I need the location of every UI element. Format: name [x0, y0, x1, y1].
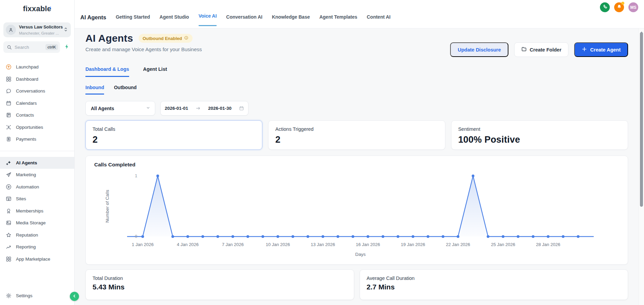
sidebar-item-memberships[interactable]: Memberships: [0, 205, 74, 217]
memberships-icon: [6, 208, 12, 214]
bolt-icon: [64, 44, 70, 51]
calendars-icon: [6, 100, 12, 106]
search-input[interactable]: Search ctrlK: [3, 41, 60, 53]
sidebar-item-media-storage[interactable]: Media Storage: [0, 217, 74, 229]
stats-row: Total Calls 2Actions Triggered 2Sentimen…: [85, 120, 628, 150]
date-start: 2026-01-01: [165, 106, 188, 111]
sidebar-item-conversations[interactable]: Conversations: [0, 85, 74, 97]
tab-dashboard-logs[interactable]: Dashboard & Logs: [85, 66, 129, 77]
spark-icon: [48, 3, 54, 8]
stat-label: Actions Triggered: [275, 126, 445, 132]
reporting-icon: [6, 244, 12, 250]
topnav-tab-agent-templates[interactable]: Agent Templates: [319, 14, 357, 28]
svg-text:1: 1: [135, 174, 137, 178]
location-person-icon: [6, 25, 16, 35]
organization-selector[interactable]: Versus Law Solicitors Manchester, Greate…: [3, 22, 71, 37]
stat-card-sentiment[interactable]: Sentiment 100% Positive: [451, 120, 628, 150]
agent-select[interactable]: All Agents: [85, 101, 155, 116]
search-row: Search ctrlK: [3, 41, 71, 53]
create-folder-label: Create Folder: [530, 47, 561, 53]
sidebar-item-label: Reporting: [16, 244, 36, 249]
sidebar-item-marketing[interactable]: Marketing: [0, 169, 74, 181]
organization-info: Versus Law Solicitors Manchester, Greate…: [19, 24, 60, 36]
create-folder-button[interactable]: Create Folder: [514, 42, 568, 57]
stat-card-total-calls[interactable]: Total Calls 2: [85, 120, 262, 150]
sidebar-item-label: Marketing: [16, 172, 36, 177]
search-shortcut: ctrlK: [45, 44, 58, 50]
topnav-tab-knowledge-base[interactable]: Knowledge Base: [272, 14, 310, 28]
phone-button[interactable]: [600, 2, 610, 12]
subtab-outbound[interactable]: Outbound: [114, 85, 137, 95]
sidebar-item-contacts[interactable]: Contacts: [0, 109, 74, 121]
stat-value: 2: [93, 135, 262, 145]
scroll-up-arrow[interactable]: [640, 29, 643, 32]
sites-icon: [6, 196, 12, 202]
media-storage-icon: [6, 220, 12, 226]
sidebar-item-label: Automation: [16, 184, 39, 189]
sidebar-item-reputation[interactable]: Reputation: [0, 229, 74, 241]
agent-select-value: All Agents: [91, 106, 114, 111]
automation-icon: [6, 184, 12, 190]
quick-action-button[interactable]: [63, 43, 71, 51]
app-root: fixxable Versus Law Solicitors Mancheste…: [0, 0, 644, 305]
sidebar-footer: Settings: [0, 290, 74, 302]
marketing-icon: [6, 172, 12, 178]
user-avatar[interactable]: MS: [628, 2, 638, 12]
stat-label: Total Calls: [93, 126, 262, 132]
chart-line: [127, 176, 594, 237]
sidebar-item-label: Opportunities: [16, 125, 43, 130]
sidebar-item-settings[interactable]: Settings: [0, 290, 74, 302]
sidebar-item-opportunities[interactable]: Opportunities: [0, 121, 74, 134]
svg-text:28 Jan 2026: 28 Jan 2026: [536, 242, 560, 247]
sidebar-item-launchpad[interactable]: Launchpad: [0, 61, 74, 73]
date-end: 2026-01-30: [208, 106, 232, 111]
direction-tabs: InboundOutbound: [85, 85, 628, 95]
svg-text:19 Jan 2026: 19 Jan 2026: [401, 242, 425, 247]
launchpad-icon: [6, 64, 12, 70]
sidebar-collapse-button[interactable]: [70, 292, 79, 301]
sidebar-item-reporting[interactable]: Reporting: [0, 241, 74, 253]
topnav-tab-getting-started[interactable]: Getting Started: [116, 14, 150, 28]
subtab-inbound[interactable]: Inbound: [85, 85, 104, 95]
payments-icon: [6, 136, 12, 142]
arrow-right-icon: [196, 106, 201, 111]
stat-card-actions-triggered[interactable]: Actions Triggered 2: [268, 120, 445, 150]
stat-value: 100% Positive: [458, 135, 628, 145]
notifications-button[interactable]: [614, 2, 624, 12]
calendar-icon: [239, 106, 244, 111]
header-actions: Update Disclosure Create Folder Create A…: [450, 42, 628, 57]
info-icon[interactable]: [184, 36, 188, 41]
bottom-card-average-call-duration: Average Call Duration 2.7 Mins: [360, 269, 628, 300]
svg-text:13 Jan 2026: 13 Jan 2026: [311, 242, 335, 247]
calls-completed-line-chart: 1 0 1 Jan 20264 Jan 20267 Jan 202610 Jan…: [86, 171, 628, 259]
plus-icon: [582, 46, 587, 53]
sidebar-item-label: Payments: [16, 137, 36, 142]
svg-text:0: 0: [135, 234, 137, 239]
stat-label: Average Call Duration: [367, 276, 628, 281]
chart-card: Calls Completed 1 0 1 Jan 20264 Jan 2026…: [85, 156, 628, 265]
organization-name: Versus Law Solicitors: [19, 25, 63, 29]
topnav-tab-content-ai[interactable]: Content AI: [367, 14, 390, 28]
notification-dot: [621, 2, 624, 5]
sidebar-item-ai-agents[interactable]: AI Agents: [0, 157, 74, 169]
sidebar: fixxable Versus Law Solicitors Mancheste…: [0, 0, 75, 305]
sidebar-item-label: Launchpad: [16, 64, 39, 69]
sidebar-item-calendars[interactable]: Calendars: [0, 97, 74, 109]
scrollbar-thumb[interactable]: [640, 32, 643, 207]
tab-agent-list[interactable]: Agent List: [143, 66, 167, 77]
topnav-tab-conversation-ai[interactable]: Conversation AI: [226, 14, 262, 28]
update-disclosure-button[interactable]: Update Disclosure: [450, 42, 508, 57]
main-content: AI Agents Outbound Enabled Create and ma…: [75, 28, 639, 305]
date-range-picker[interactable]: 2026-01-01 2026-01-30: [160, 101, 248, 116]
sidebar-item-app-marketplace[interactable]: App Marketplace: [0, 253, 74, 265]
sidebar-item-dashboard[interactable]: Dashboard: [0, 73, 74, 85]
outbound-enabled-badge: Outbound Enabled: [139, 34, 193, 43]
chart-area-fill: [127, 176, 594, 237]
sidebar-item-automation[interactable]: Automation: [0, 181, 74, 193]
sidebar-item-sites[interactable]: Sites: [0, 193, 74, 205]
create-agent-button[interactable]: Create Agent: [574, 42, 628, 57]
sidebar-item-payments[interactable]: Payments: [0, 133, 74, 145]
topnav-tab-agent-studio[interactable]: Agent Studio: [160, 14, 189, 28]
topnav-section-title: AI Agents: [80, 14, 106, 28]
topnav-tab-voice-ai[interactable]: Voice AI: [199, 13, 217, 26]
